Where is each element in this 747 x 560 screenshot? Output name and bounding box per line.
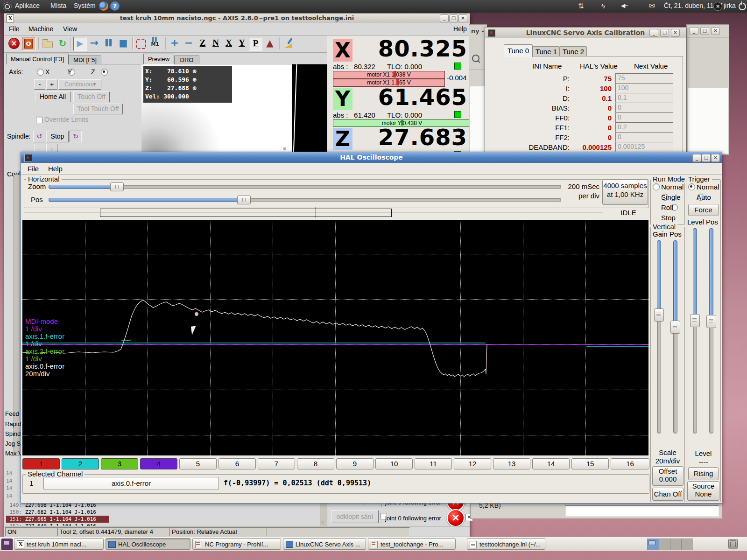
axis-menu-help[interactable]: Help <box>453 25 467 33</box>
volume-icon[interactable]: ◀┄ <box>621 2 627 9</box>
tab-manual-control[interactable]: Manual Control [F3] <box>6 54 69 64</box>
axis-menu-file[interactable]: File <box>9 25 20 33</box>
gcode-row[interactable]: 150: Z27.682 I-1.104 J-1.016 <box>6 509 320 516</box>
distro-menu-icon[interactable] <box>3 2 12 11</box>
bg-minimize-button[interactable]: _ <box>690 27 698 35</box>
calibration-titlebar[interactable]: LinuxCNC Servo Axis Calibration _ □ × <box>485 28 686 38</box>
trash-icon[interactable] <box>728 539 738 549</box>
task-test-toolchange[interactable]: test_toolchange - Pro... <box>368 538 456 550</box>
override-limits-checkbox[interactable] <box>36 117 42 123</box>
view-y-button[interactable]: Y <box>236 37 248 50</box>
channel-12-button[interactable]: 12 <box>454 458 491 469</box>
channel-11-button[interactable]: 11 <box>415 458 452 469</box>
pause-button[interactable]: ▌▌ <box>103 37 115 50</box>
bg-entry[interactable] <box>565 505 719 517</box>
scrollbar-down-icon[interactable]: ▽ <box>321 520 324 524</box>
zoom-in-button[interactable]: + <box>169 37 181 50</box>
channel-15-button[interactable]: 15 <box>571 458 609 469</box>
channel-2-button[interactable]: 2 <box>62 458 99 469</box>
trigger-pos-handle[interactable] <box>706 315 716 328</box>
axis-menu-machine[interactable]: Machine <box>28 25 53 33</box>
cal-next-input[interactable]: 0.000125 <box>615 142 673 152</box>
channel-14-button[interactable]: 14 <box>532 458 570 469</box>
calibration-close-button[interactable]: × <box>671 29 680 37</box>
scope-menu-file[interactable]: File <box>28 165 39 173</box>
cal-next-input[interactable]: 75 <box>615 73 673 83</box>
touch-off-button[interactable]: Touch Off <box>73 91 110 102</box>
spindle-cw-button[interactable]: ↻ <box>70 131 82 142</box>
channel-1-button[interactable]: 1 <box>22 458 60 469</box>
jog-minus-button[interactable]: - <box>34 79 45 90</box>
menu-system[interactable]: Systém <box>74 2 96 9</box>
workspace-2[interactable] <box>659 539 670 550</box>
cal-next-input[interactable]: 0 <box>615 132 673 142</box>
trigger-level-handle[interactable] <box>690 314 700 327</box>
trigger-normal-radio[interactable] <box>688 183 695 190</box>
cal-next-input[interactable]: 0 <box>615 112 673 122</box>
rotate-view-icon[interactable]: ▲ <box>264 37 276 50</box>
tab-tune2[interactable]: Tune 2 <box>560 46 587 57</box>
bg-close-button[interactable]: × <box>711 27 720 35</box>
machine-power-button[interactable]: O <box>22 37 35 51</box>
runmode-normal-radio[interactable] <box>653 183 660 190</box>
help-icon[interactable]: ? <box>110 1 120 11</box>
channel-9-button[interactable]: 9 <box>336 458 374 469</box>
spindle-ccw-button[interactable]: ↺ <box>33 131 45 142</box>
channel-10-button[interactable]: 10 <box>375 458 413 469</box>
workspace-3[interactable] <box>670 539 682 550</box>
calibration-minimize-button[interactable]: _ <box>649 29 658 37</box>
jog-plus-button[interactable]: + <box>46 79 57 90</box>
scope-titlebar[interactable]: HAL Oscilloscope _ □ × <box>21 152 722 163</box>
firefox-icon[interactable] <box>99 1 108 11</box>
menu-places[interactable]: Místa <box>50 2 66 9</box>
cal-next-input[interactable]: 0 <box>615 103 673 112</box>
scope-close-button[interactable]: × <box>711 154 720 162</box>
cal-next-input[interactable]: 0.2 <box>615 122 673 132</box>
channel-6-button[interactable]: 6 <box>218 458 256 469</box>
gcode-listing[interactable]: 149: Z27.698 I-1.104 J-1.016 150: Z27.68… <box>6 502 320 526</box>
view-z-button[interactable]: Z <box>197 37 209 50</box>
pos-slider-handle[interactable] <box>237 196 251 204</box>
reload-button[interactable]: ↻ <box>56 37 69 50</box>
gcode-row[interactable]: 152: Z27.649 I-1.104 J-1.016 <box>6 523 320 526</box>
mail-icon[interactable]: ✉ <box>649 1 655 10</box>
view-p-button[interactable]: P <box>249 37 262 51</box>
gain-handle[interactable] <box>654 308 664 322</box>
radio-axis-x[interactable] <box>37 69 44 76</box>
cal-next-input[interactable]: 0.1 <box>615 93 673 103</box>
skip-lines-icon[interactable] <box>136 39 146 49</box>
channel-8-button[interactable]: 8 <box>297 458 334 469</box>
task-nc-programy[interactable]: NC Programy - Prohlí... <box>192 538 281 550</box>
optional-stop-button[interactable]: ▌▌ M1 <box>149 37 161 49</box>
user-menu[interactable]: jirka <box>724 2 736 9</box>
menu-applications[interactable]: Aplikace <box>15 2 40 9</box>
axis-menu-view[interactable]: View <box>63 25 77 33</box>
vpos-handle[interactable] <box>670 321 680 334</box>
estop-button[interactable]: × <box>8 37 20 49</box>
axis-minimize-button[interactable]: _ <box>440 14 449 22</box>
bg-maximize-button[interactable]: □ <box>700 27 709 35</box>
source-button[interactable]: Source None <box>687 481 719 501</box>
channel-7-button[interactable]: 7 <box>258 458 295 469</box>
clear-plot-icon[interactable] <box>283 38 296 49</box>
samples-button[interactable]: 4000 samples at 1,00 KHz <box>602 180 648 205</box>
rising-button[interactable]: Rising <box>688 467 719 480</box>
selected-channel-name[interactable]: axis.0.f-error <box>43 477 219 490</box>
task-testtoolchange-ini[interactable]: testtoolchange.ini (~/... <box>467 538 545 550</box>
tab-dro[interactable]: DRO <box>174 56 199 64</box>
tab-tune1[interactable]: Tune 1 <box>533 46 560 57</box>
task-hal-oscilloscope[interactable]: HAL Oscilloscope <box>106 538 190 550</box>
channel-4-button[interactable]: 4 <box>140 458 177 469</box>
radio-axis-z[interactable] <box>101 69 108 76</box>
tab-preview[interactable]: Preview <box>143 54 174 64</box>
tab-tune0[interactable]: Tune 0 <box>504 44 533 57</box>
axis-titlebar[interactable]: X test kruh 10mm nacisto.ngc - AXIS 2.8.… <box>4 14 470 23</box>
channel-3-button[interactable]: 3 <box>101 458 138 469</box>
cal-next-input[interactable]: 100 <box>615 83 673 93</box>
gcode-row-selected[interactable]: 151: Z27.665 I-1.104 J-1.016 <box>6 516 109 523</box>
open-file-button[interactable] <box>42 38 54 49</box>
channel-5-button[interactable]: 5 <box>179 458 217 469</box>
record-window-box[interactable] <box>100 209 392 217</box>
home-all-button[interactable]: Home All <box>35 91 70 102</box>
zoom-slider-handle[interactable] <box>110 182 124 191</box>
